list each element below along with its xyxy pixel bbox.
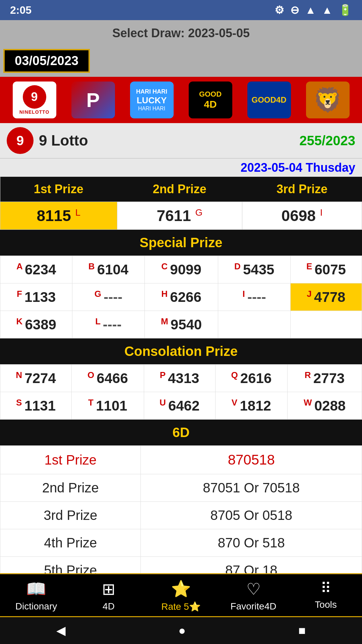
nav-dictionary[interactable]: 📖 Dictionary bbox=[9, 580, 63, 612]
nav-tools[interactable]: ⠿ Tools bbox=[299, 580, 353, 612]
dictionary-icon: 📖 bbox=[26, 580, 46, 598]
header-title: Select Draw: 2023-05-05 bbox=[0, 20, 362, 46]
logo-lion[interactable]: 🦁 bbox=[306, 82, 350, 118]
special-g: G ---- bbox=[72, 283, 144, 311]
sixd-fourth-label: 4th Prize bbox=[0, 529, 141, 557]
bottom-nav: 📖 Dictionary ⊞ 4D ⭐ Rate 5⭐ ♡ Favorite4D… bbox=[0, 573, 362, 617]
consolation-prize-header: Consolation Prize bbox=[0, 338, 362, 364]
special-l: L ---- bbox=[72, 311, 144, 338]
android-nav: ◀ ● ■ bbox=[0, 617, 362, 644]
consolation-w: W 0288 bbox=[288, 392, 362, 420]
nav-4d[interactable]: ⊞ 4D bbox=[82, 580, 135, 612]
third-prize-header: 3rd Prize bbox=[242, 177, 362, 202]
sixd-second-label: 2nd Prize bbox=[0, 474, 141, 502]
sixd-second-value: 87051 Or 70518 bbox=[141, 474, 362, 502]
recents-button[interactable]: ■ bbox=[298, 624, 306, 638]
special-b: B 6104 bbox=[72, 256, 144, 283]
favorite-icon: ♡ bbox=[246, 580, 261, 598]
status-bar: 2:05 ⚙ ⊖ ▲ ▲ 🔋 bbox=[0, 0, 362, 20]
special-f: F 1133 bbox=[0, 283, 72, 311]
sixd-first-value: 870518 bbox=[141, 446, 362, 474]
consolation-o: O 6466 bbox=[72, 365, 144, 392]
sixd-table: 1st Prize 870518 2nd Prize 87051 Or 7051… bbox=[0, 445, 362, 584]
nav-4d-label: 4D bbox=[103, 601, 115, 612]
first-prize-header: 1st Prize bbox=[0, 177, 117, 202]
status-icons: ⚙ ⊖ ▲ ▲ 🔋 bbox=[275, 4, 352, 16]
special-a: A 6234 bbox=[0, 256, 72, 283]
logo-good4d[interactable]: GOOD4D bbox=[247, 82, 291, 118]
sixd-third-value: 8705 Or 0518 bbox=[141, 502, 362, 529]
consolation-r: R 2773 bbox=[288, 365, 362, 392]
nav-dictionary-label: Dictionary bbox=[15, 601, 57, 612]
consolation-u: U 6462 bbox=[144, 392, 215, 420]
sixd-third-label: 3rd Prize bbox=[0, 502, 141, 529]
special-m: M 9540 bbox=[144, 311, 218, 338]
battery-icon: 🔋 bbox=[339, 4, 352, 16]
lotto-logo-sm: 9 9 Lotto bbox=[7, 127, 88, 154]
special-prize-grid: A 6234 B 6104 C 9099 D 5435 E 6075 F 113… bbox=[0, 256, 362, 338]
second-prize-value: 7611 G bbox=[117, 202, 242, 230]
logo-nine-lotto[interactable]: 9 NINELOTTO bbox=[13, 82, 56, 118]
wifi-icon: ▲ bbox=[305, 4, 316, 16]
sixd-first-label: 1st Prize bbox=[0, 446, 141, 474]
special-e: E 6075 bbox=[290, 256, 362, 283]
second-prize-header: 2nd Prize bbox=[117, 177, 242, 202]
prize-table: 1st Prize 2nd Prize 3rd Prize 8115 L 761… bbox=[0, 177, 362, 230]
logo-lucky[interactable]: HARI HARI LUCKY HARI HARI bbox=[130, 82, 174, 118]
special-k: K 6389 bbox=[0, 311, 72, 338]
settings-icon: ⚙ bbox=[275, 4, 284, 16]
consolation-prize-grid: N 7274 O 6466 P 4313 Q 2616 R 2773 S 113… bbox=[0, 364, 362, 420]
special-j: J 4778 bbox=[290, 283, 362, 311]
consolation-s: S 1131 bbox=[0, 392, 72, 420]
status-time: 2:05 bbox=[10, 4, 32, 16]
rate-icon: ⭐ bbox=[171, 580, 191, 598]
home-button[interactable]: ● bbox=[178, 624, 186, 638]
back-button[interactable]: ◀ bbox=[56, 624, 66, 638]
consolation-t: T 1101 bbox=[72, 392, 144, 420]
nav-favorite[interactable]: ♡ Favorite4D bbox=[227, 580, 280, 612]
sixd-fourth-value: 870 Or 518 bbox=[141, 529, 362, 557]
consolation-p: P 4313 bbox=[144, 365, 215, 392]
special-h: H 6266 bbox=[144, 283, 218, 311]
nav-favorite-label: Favorite4D bbox=[231, 601, 277, 612]
special-c: C 9099 bbox=[144, 256, 218, 283]
blocked-icon: ⊖ bbox=[290, 4, 299, 16]
sixd-header: 6D bbox=[0, 420, 362, 445]
nav-rate[interactable]: ⭐ Rate 5⭐ bbox=[154, 580, 208, 612]
special-d: D 5435 bbox=[218, 256, 290, 283]
first-prize-value: 8115 L bbox=[0, 202, 117, 230]
third-prize-value: 0698 I bbox=[242, 202, 362, 230]
special-i: I ---- bbox=[218, 283, 290, 311]
consolation-v: V 1812 bbox=[215, 392, 287, 420]
nav-tools-label: Tools bbox=[315, 599, 337, 610]
nav-rate-label: Rate 5⭐ bbox=[161, 601, 201, 612]
logo-good4d-alt[interactable]: GOOD 4D bbox=[189, 82, 232, 118]
tools-icon: ⠿ bbox=[320, 580, 331, 597]
date-bar-wrap: 03/05/2023 bbox=[0, 46, 362, 77]
consolation-n: N 7274 bbox=[0, 365, 72, 392]
consolation-q: Q 2616 bbox=[215, 365, 287, 392]
draw-date: 2023-05-04 Thusday bbox=[0, 159, 362, 177]
4d-icon: ⊞ bbox=[102, 580, 115, 598]
special-prize-header: Special Prize bbox=[0, 230, 362, 256]
logos-row: 9 NINELOTTO P HARI HARI LUCKY HARI HARI … bbox=[0, 77, 362, 123]
date-bar[interactable]: 03/05/2023 bbox=[3, 49, 90, 73]
logo-p[interactable]: P bbox=[71, 82, 115, 118]
signal-icon: ▲ bbox=[322, 4, 333, 16]
lotto-header: 9 9 Lotto 255/2023 bbox=[0, 123, 362, 159]
